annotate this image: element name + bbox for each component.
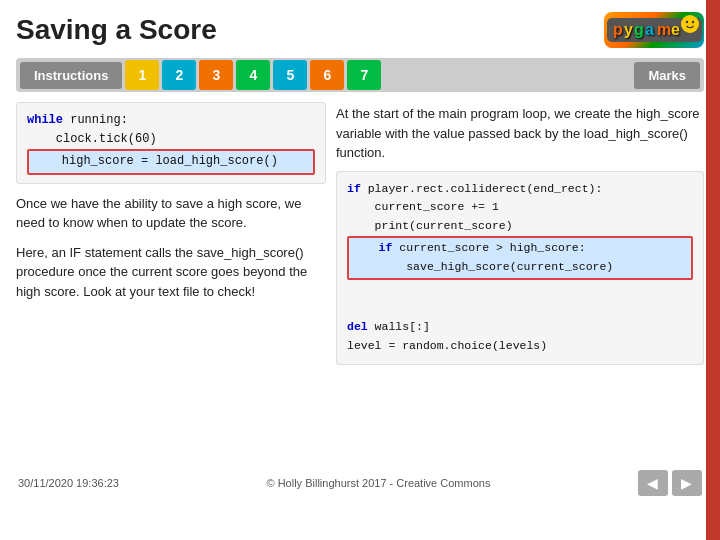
- left-text-2-italic: Look at your text file to check!: [80, 284, 256, 299]
- left-code-block: while running: clock.tick(60) high_score…: [16, 102, 326, 184]
- svg-point-9: [691, 21, 693, 23]
- right-edge-bar: [706, 0, 720, 540]
- page-title: Saving a Score: [16, 14, 217, 46]
- nav-btn-2[interactable]: 2: [162, 60, 196, 90]
- rc-line7: level = random.choice(levels): [347, 339, 547, 352]
- code-line-3-highlight: high_score = load_high_score(): [27, 149, 315, 174]
- main-content: while running: clock.tick(60) high_score…: [16, 102, 704, 462]
- left-text-block-2: Here, an IF statement calls the save_hig…: [16, 243, 326, 302]
- footer: 30/11/2020 19:36:23 © Holly Billinghurst…: [16, 470, 704, 496]
- page: Saving a Score p y g a m e Instructions …: [0, 0, 720, 540]
- right-code-block: if player.rect.colliderect(end_rect): cu…: [336, 171, 704, 366]
- svg-text:g: g: [634, 21, 645, 38]
- rc-line4-highlight: if current_score > high_score: save_high…: [347, 236, 693, 280]
- rc-hl2: save_high_score(current_score): [351, 260, 613, 273]
- nav-btn-5[interactable]: 5: [273, 60, 307, 90]
- svg-text:m: m: [657, 21, 672, 38]
- next-arrow-button[interactable]: ▶: [672, 470, 702, 496]
- rc-line5: [347, 301, 354, 314]
- rc-hl1: if current_score > high_score:: [351, 241, 586, 254]
- title-row: Saving a Score p y g a m e: [16, 12, 704, 48]
- svg-point-8: [685, 21, 687, 23]
- nav-btn-7[interactable]: 7: [347, 60, 381, 90]
- footer-copyright: © Holly Billinghurst 2017 - Creative Com…: [267, 477, 491, 489]
- code-line-2: clock.tick(60): [27, 132, 157, 146]
- nav-btn-3[interactable]: 3: [199, 60, 233, 90]
- svg-text:p: p: [613, 21, 624, 38]
- footer-date: 30/11/2020 19:36:23: [18, 477, 119, 489]
- nav-btn-6[interactable]: 6: [310, 60, 344, 90]
- rc-line3: print(current_score): [347, 219, 513, 232]
- nav-bar: Instructions 1 2 3 4 5 6 7 Marks: [16, 58, 704, 92]
- nav-arrows: ◀ ▶: [638, 470, 702, 496]
- right-column: At the start of the main program loop, w…: [336, 102, 704, 462]
- svg-text:y: y: [624, 21, 634, 38]
- nav-instructions-label: Instructions: [20, 62, 122, 89]
- left-column: while running: clock.tick(60) high_score…: [16, 102, 326, 462]
- left-text-block-1: Once we have the ability to save a high …: [16, 194, 326, 233]
- nav-marks-label: Marks: [634, 62, 700, 89]
- svg-text:a: a: [645, 21, 655, 38]
- rc-line6: del walls[:]: [347, 320, 430, 333]
- svg-text:e: e: [671, 21, 681, 38]
- right-text-top: At the start of the main program loop, w…: [336, 102, 704, 163]
- rc-line1: if player.rect.colliderect(end_rect):: [347, 182, 602, 195]
- pygame-logo: p y g a m e: [604, 12, 704, 48]
- svg-point-7: [681, 15, 699, 33]
- code-line-1: while running:: [27, 113, 128, 127]
- nav-btn-1[interactable]: 1: [125, 60, 159, 90]
- prev-arrow-button[interactable]: ◀: [638, 470, 668, 496]
- rc-line2: current_score += 1: [347, 200, 499, 213]
- nav-btn-4[interactable]: 4: [236, 60, 270, 90]
